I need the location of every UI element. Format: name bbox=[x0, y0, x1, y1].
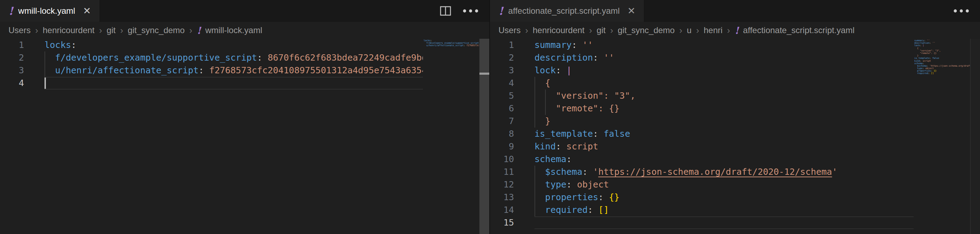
code-line[interactable]: 10schema: bbox=[490, 153, 980, 166]
code-editor[interactable]: 1locks:2f/developers_example/supportive_… bbox=[0, 39, 489, 234]
code-text: required: [] bbox=[535, 204, 914, 217]
vertical-scrollbar[interactable] bbox=[970, 39, 980, 234]
minimap-line: } bbox=[914, 55, 970, 57]
token-str: ' bbox=[593, 167, 598, 177]
code-line[interactable]: 9kind: script bbox=[490, 140, 980, 153]
minimap[interactable]: summary: ''description: ''lock: | { "ver… bbox=[914, 40, 970, 77]
token-key: required bbox=[545, 205, 587, 215]
code-text: $schema: 'https://json-schema.org/draft/… bbox=[535, 166, 914, 178]
code-line[interactable]: 5"version": "3", bbox=[490, 90, 980, 102]
tab-wmill-lock-yaml[interactable]: ! wmill-lock.yaml ✕ bbox=[0, 0, 100, 22]
indent-guide bbox=[535, 77, 545, 90]
code-line[interactable]: 14required: [] bbox=[490, 204, 980, 217]
breadcrumb-item[interactable]: git bbox=[107, 25, 115, 35]
breadcrumb-item[interactable]: git_sync_demo bbox=[128, 25, 185, 35]
line-number: 4 bbox=[0, 77, 24, 90]
code-line[interactable]: 4{ bbox=[490, 77, 980, 90]
minimap-token: lock bbox=[914, 44, 920, 47]
yaml-file-icon: ! bbox=[8, 6, 13, 17]
token-str: } bbox=[545, 116, 550, 126]
minimap-token: f/developers_example/supportive_script bbox=[426, 42, 479, 44]
breadcrumb-item[interactable]: u bbox=[687, 25, 692, 35]
minimap-line: required: [] bbox=[914, 72, 970, 75]
breadcrumb-separator-icon: › bbox=[120, 25, 123, 36]
tab-affectionate-script-yaml[interactable]: ! affectionate_script.script.yaml ✕ bbox=[490, 0, 644, 22]
code-line[interactable]: 11$schema: 'https://json-schema.org/draf… bbox=[490, 166, 980, 178]
code-line[interactable]: 3lock: | bbox=[490, 64, 980, 77]
code-line[interactable]: 1locks: bbox=[0, 39, 489, 51]
code-text: kind: script bbox=[535, 140, 914, 153]
line-number: 6 bbox=[490, 102, 514, 115]
vertical-scrollbar[interactable] bbox=[479, 39, 489, 234]
code-text: } bbox=[535, 115, 914, 128]
editor-group-right: ! affectionate_script.script.yaml ✕ User… bbox=[489, 0, 980, 234]
code-editor[interactable]: 1summary: ''2description: ''3lock: |4{5"… bbox=[490, 39, 980, 234]
line-number: 1 bbox=[490, 39, 514, 51]
minimap-line: f/developers_example/supportive_script: … bbox=[424, 42, 479, 44]
minimap-line: type: object bbox=[914, 67, 970, 70]
line-number: 7 bbox=[490, 115, 514, 128]
token-key: lock bbox=[535, 65, 556, 76]
token-key: f/developers_example/supportive_script bbox=[55, 52, 257, 63]
indent-guide bbox=[535, 166, 545, 178]
split-editor-icon[interactable] bbox=[439, 5, 452, 17]
code-line[interactable]: 7} bbox=[490, 115, 980, 128]
breadcrumb-item[interactable]: Users bbox=[498, 25, 521, 35]
yaml-file-icon: ! bbox=[735, 25, 739, 36]
minimap-token: is_template bbox=[914, 57, 929, 60]
code-line[interactable]: 6"remote": {} bbox=[490, 102, 980, 115]
minimap-line: summary: '' bbox=[914, 40, 970, 42]
minimap-token: {} bbox=[934, 70, 937, 72]
breadcrumb[interactable]: Users›henricourdent›git›git_sync_demo›u›… bbox=[490, 22, 980, 39]
token-key: properties bbox=[545, 192, 598, 202]
code-line[interactable]: 4 bbox=[0, 77, 489, 90]
minimap-line: $schema: 'https://json-schema.org/draft/… bbox=[914, 65, 970, 67]
minimap[interactable]: locks: f/developers_example/supportive_s… bbox=[424, 40, 479, 50]
line-number: 9 bbox=[490, 140, 514, 153]
more-actions-icon[interactable] bbox=[463, 9, 479, 13]
minimap-token: script bbox=[923, 60, 931, 62]
editor-group-left: ! wmill-lock.yaml ✕ bbox=[0, 0, 489, 234]
close-tab-icon[interactable]: ✕ bbox=[83, 6, 91, 16]
breadcrumb-item[interactable]: henricourdent bbox=[533, 25, 585, 35]
breadcrumb-item[interactable]: henri bbox=[703, 25, 722, 35]
indent-guide bbox=[535, 115, 545, 128]
code-text: { bbox=[535, 77, 914, 90]
code-text: u/henri/affectionate_script: f2768573cfc… bbox=[45, 64, 423, 77]
line-number: 3 bbox=[0, 64, 24, 77]
minimap-token: https://json-schema.org/draft/2020-12/sc… bbox=[931, 65, 970, 67]
indent-guide bbox=[45, 64, 55, 77]
minimap-token: : bbox=[928, 72, 931, 75]
close-tab-icon[interactable]: ✕ bbox=[627, 6, 635, 16]
breadcrumb-separator-icon: › bbox=[727, 25, 730, 36]
line-number: 14 bbox=[490, 204, 514, 217]
minimap-token: | bbox=[923, 44, 924, 47]
breadcrumb[interactable]: Users›henricourdent›git›git_sync_demo›!w… bbox=[0, 22, 489, 39]
token-pun: : bbox=[593, 129, 604, 139]
minimap-token: description bbox=[914, 42, 929, 44]
more-actions-icon[interactable] bbox=[953, 9, 969, 13]
minimap-token: u/henri/affectionate_script bbox=[426, 44, 464, 47]
minimap-token: false bbox=[932, 57, 939, 60]
indent-guide bbox=[545, 102, 556, 115]
minimap-token: [] bbox=[931, 72, 934, 75]
line-number: 2 bbox=[490, 51, 514, 64]
code-line[interactable]: 1summary: '' bbox=[490, 39, 980, 51]
breadcrumb-file-name[interactable]: wmill-lock.yaml bbox=[205, 25, 262, 35]
code-line[interactable]: 2description: '' bbox=[490, 51, 980, 64]
breadcrumb-file-name[interactable]: affectionate_script.script.yaml bbox=[743, 25, 855, 35]
code-line[interactable]: 15 bbox=[490, 217, 980, 229]
breadcrumb-item[interactable]: git_sync_demo bbox=[618, 25, 675, 35]
minimap-token: "remote": {} bbox=[920, 52, 937, 55]
breadcrumb-item[interactable]: Users bbox=[8, 25, 31, 35]
code-line[interactable]: 8is_template: false bbox=[490, 128, 980, 140]
token-key: description bbox=[535, 52, 593, 63]
code-line[interactable]: 3u/henri/affectionate_script: f2768573cf… bbox=[0, 64, 489, 77]
code-line[interactable]: 13properties: {} bbox=[490, 191, 980, 204]
breadcrumb-item[interactable]: henricourdent bbox=[43, 25, 95, 35]
breadcrumb-item[interactable]: git bbox=[597, 25, 605, 35]
tab-title: wmill-lock.yaml bbox=[18, 6, 75, 16]
token-pun: : bbox=[556, 141, 566, 152]
code-line[interactable]: 12type: object bbox=[490, 178, 980, 191]
code-line[interactable]: 2f/developers_example/supportive_script:… bbox=[0, 51, 489, 64]
